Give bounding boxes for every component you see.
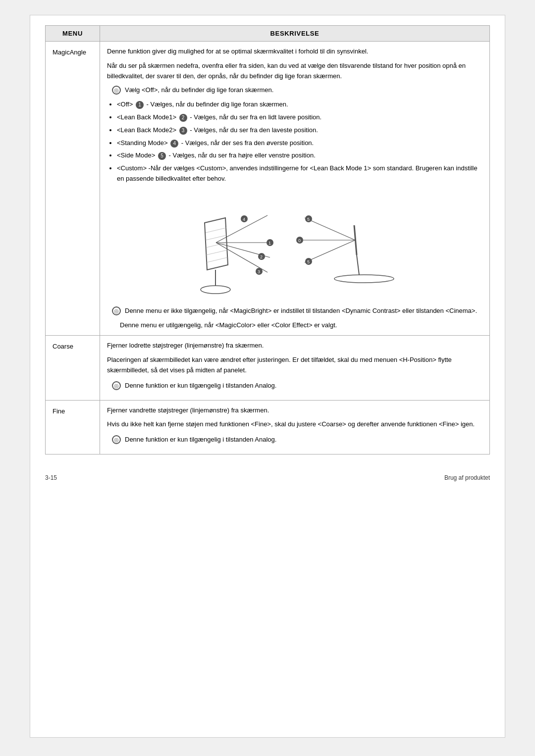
magicangle-note-1-text: Vælg <Off>, når du befinder dig lige for…	[125, 85, 273, 96]
note-icon-fine: ◎	[112, 435, 121, 444]
svg-text:0: 0	[298, 238, 301, 243]
svg-line-6	[206, 250, 227, 255]
svg-line-7	[207, 257, 227, 262]
bullet-item-5: <Side Mode> 5 - Vælges, når du ser fra h…	[117, 151, 482, 161]
col-menu-header: MENU	[46, 26, 100, 42]
coarse-para-2: Placeringen af skærmbilledet kan være æn…	[107, 355, 482, 376]
circle-1: 1	[136, 101, 144, 109]
desc-cell-fine: Fjerner vandrette støjstreger (linjemøns…	[100, 400, 490, 454]
coarse-note-text: Denne funktion er kun tilgængelig i tils…	[125, 381, 276, 391]
svg-line-24	[305, 218, 355, 240]
note-icon-1: ◎	[112, 86, 121, 95]
magicangle-note-bottom-2: Denne menu er utilgængelig, når <MagicCo…	[120, 320, 482, 331]
bullet-item-2: <Lean Back Mode1> 2 - Vælges, når du ser…	[117, 112, 482, 123]
coarse-note: ◎ Denne funktion er kun tilgængelig i ti…	[112, 381, 482, 391]
bullet-item-6: <Custom> -Når der vælges <Custom>, anven…	[117, 163, 482, 184]
table-row: MagicAngle Denne funktion giver dig muli…	[46, 42, 490, 336]
svg-text:1: 1	[268, 241, 271, 246]
diagram-area: 1 4 2 3	[107, 193, 482, 297]
fine-para-1: Fjerner vandrette støjstreger (linjemøns…	[107, 405, 482, 416]
svg-line-25	[305, 240, 355, 262]
svg-text:4: 4	[243, 217, 245, 222]
footer-section-label: Brug af produktet	[444, 474, 490, 481]
magicangle-note-bottom-1-text: Denne menu er ikke tilgængelig, når <Mag…	[125, 306, 477, 316]
desc-cell-magicangle: Denne funktion giver dig mulighed for at…	[100, 42, 490, 336]
fine-note-text: Denne funktion er kun tilgængelig i tils…	[125, 435, 276, 445]
magicangle-bullet-list: <Off> 1 - Vælges, når du befinder dig li…	[117, 100, 482, 184]
col-desc-header: BESKRIVELSE	[100, 26, 490, 42]
coarse-para-1: Fjerner lodrette støjstreger (linjemønst…	[107, 341, 482, 351]
bullet-item-1: <Off> 1 - Vælges, når du befinder dig li…	[117, 100, 482, 110]
svg-point-0	[201, 286, 230, 294]
svg-text:3: 3	[258, 269, 260, 274]
magicangle-note-1: ◎ Vælg <Off>, når du befinder dig lige f…	[112, 85, 482, 96]
circle-3: 3	[179, 127, 187, 135]
footer-page-number: 3-15	[45, 474, 57, 481]
circle-2: 2	[179, 114, 187, 122]
magicangle-note-bottom-1: ◎ Denne menu er ikke tilgængelig, når <M…	[112, 306, 482, 316]
monitor-angle-diagram-right: 0 5 5	[295, 205, 419, 285]
note-icon-coarse: ◎	[112, 381, 121, 390]
circle-4: 4	[170, 140, 178, 148]
menu-cell-coarse: Coarse	[46, 336, 100, 400]
bullet-item-3: <Lean Back Mode2> 3 - Vælges, når du ser…	[117, 125, 482, 136]
menu-cell-fine: Fine	[46, 400, 100, 454]
circle-5: 5	[158, 152, 166, 160]
svg-text:5: 5	[307, 259, 310, 264]
fine-para-2: Hvis du ikke helt kan fjerne støjen med …	[107, 419, 482, 430]
page: MENU BESKRIVELSE MagicAngle Denne funkti…	[30, 15, 505, 738]
svg-line-3	[206, 228, 226, 233]
magicangle-para-1: Denne funktion giver dig mulighed for at…	[107, 47, 482, 57]
svg-line-4	[206, 235, 227, 240]
page-footer: 3-15 Brug af produktet	[45, 469, 490, 481]
note-icon-bottom-1: ◎	[112, 306, 121, 315]
desc-cell-coarse: Fjerner lodrette støjstreger (linjemønst…	[100, 336, 490, 400]
menu-cell-magicangle: MagicAngle	[46, 42, 100, 336]
svg-text:2: 2	[260, 254, 263, 259]
svg-line-21	[357, 255, 359, 275]
fine-note: ◎ Denne funktion er kun tilgængelig i ti…	[112, 435, 482, 445]
main-table: MENU BESKRIVELSE MagicAngle Denne funkti…	[45, 25, 490, 454]
monitor-angle-diagram-left: 1 4 2 3	[171, 193, 275, 297]
table-row-fine: Fine Fjerner vandrette støjstreger (linj…	[46, 400, 490, 454]
table-row-coarse: Coarse Fjerner lodrette støjstreger (lin…	[46, 336, 490, 400]
svg-point-20	[334, 275, 394, 283]
magicangle-para-2: Når du ser på skærmen nedefra, ovenfra e…	[107, 61, 482, 82]
bullet-item-4: <Standing Mode> 4 - Vælges, når der ses …	[117, 138, 482, 149]
svg-text:5: 5	[307, 217, 310, 222]
